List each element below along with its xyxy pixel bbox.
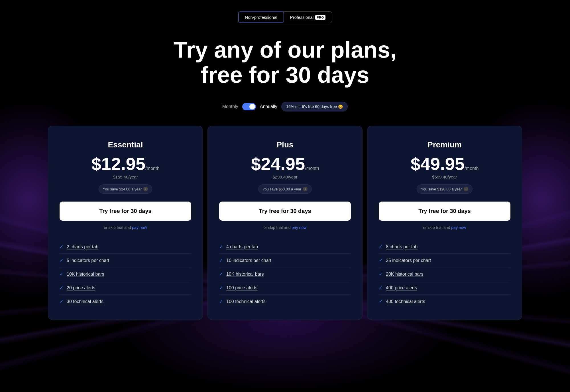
check-icon: ✓ [379,244,382,249]
plan-price-row: $49.95/month [379,155,510,173]
plans-container: Essential $12.95/month $155.40/year You … [46,126,524,320]
feature-item: ✓ 100 technical alerts [219,295,351,308]
plan-name: Essential [60,140,191,149]
hero-line2: free for 30 days [201,62,369,88]
check-icon: ✓ [60,271,63,277]
feature-text: 4 charts per tab [226,244,258,249]
cta-button[interactable]: Try free for 30 days [379,202,510,221]
plan-price-row: $24.95/month [219,155,351,173]
savings-badge: You save $120.00 a year i [417,184,472,194]
check-icon: ✓ [219,271,223,277]
savings-badge: You save $60.00 a year i [258,184,312,194]
feature-text: 20K historical bars [386,272,424,277]
discount-badge: 16% off. It's like 60 days free 😊 [281,102,348,111]
feature-item: ✓ 5 indicators per chart [60,254,191,267]
billing-toggle-row: Monthly Annually 16% off. It's like 60 d… [222,102,348,111]
skip-trial-text: or skip trial and pay now [219,225,351,230]
pay-now-link[interactable]: pay now [132,225,147,230]
feature-text: 25 indicators per chart [386,258,431,263]
savings-text: You save $60.00 a year [262,187,301,191]
toggle-knob [249,104,255,109]
check-icon: ✓ [60,244,63,249]
feature-item: ✓ 10 indicators per chart [219,254,351,267]
feature-text: 400 technical alerts [386,299,425,304]
pay-now-link[interactable]: pay now [451,225,466,230]
features-list: ✓ 8 charts per tab ✓ 25 indicators per c… [379,240,510,308]
savings-wrap: You save $120.00 a year i [379,184,510,202]
main-content: Non-professional Professional PRO Try an… [0,0,570,320]
plan-period: /month [305,166,319,171]
check-icon: ✓ [379,299,382,304]
feature-item: ✓ 2 charts per tab [60,240,191,254]
feature-text: 20 price alerts [67,285,95,291]
feature-text: 8 charts per tab [386,244,418,249]
savings-text: You save $24.00 a year [103,187,142,191]
cta-button[interactable]: Try free for 30 days [60,202,191,221]
pay-now-link[interactable]: pay now [292,225,306,230]
plan-card-premium: Premium $49.95/month $599.40/year You sa… [367,126,522,320]
billing-toggle[interactable] [242,103,256,110]
plan-price-row: $12.95/month [60,155,191,173]
check-icon: ✓ [60,258,63,263]
plan-name: Premium [379,140,510,149]
feature-text: 100 price alerts [226,285,257,291]
feature-item: ✓ 100 price alerts [219,281,351,295]
plan-name: Plus [219,140,351,149]
check-icon: ✓ [219,258,223,263]
feature-item: ✓ 25 indicators per chart [379,254,510,267]
feature-text: 400 price alerts [386,285,417,291]
skip-trial-text: or skip trial and pay now [379,225,510,230]
feature-item: ✓ 8 charts per tab [379,240,510,254]
check-icon: ✓ [379,258,382,263]
check-icon: ✓ [60,299,63,304]
hero-line1: Try any of our plans, [174,37,396,62]
features-list: ✓ 2 charts per tab ✓ 5 indicators per ch… [60,240,191,308]
nonprofessional-tab[interactable]: Non-professional [238,12,284,23]
plan-year-price: $299.40/year [219,174,351,179]
savings-wrap: You save $24.00 a year i [60,184,191,202]
check-icon: ✓ [219,244,223,249]
feature-text: 2 charts per tab [67,244,98,249]
savings-badge: You save $24.00 a year i [99,184,152,194]
feature-item: ✓ 10K historical bars [219,267,351,281]
background: Non-professional Professional PRO Try an… [0,0,570,392]
feature-item: ✓ 20K historical bars [379,267,510,281]
monthly-label: Monthly [222,104,238,109]
feature-item: ✓ 20 price alerts [60,281,191,295]
feature-item: ✓ 400 price alerts [379,281,510,295]
info-icon[interactable]: i [464,187,468,191]
feature-item: ✓ 10K historical bars [60,267,191,281]
feature-item: ✓ 30 technical alerts [60,295,191,308]
feature-item: ✓ 400 technical alerts [379,295,510,308]
plan-period: /month [145,166,159,171]
plan-price: $49.95 [411,154,465,174]
plan-year-price: $599.40/year [379,174,510,179]
plan-year-price: $155.40/year [60,174,191,179]
skip-trial-text: or skip trial and pay now [60,225,191,230]
check-icon: ✓ [60,285,63,291]
plan-type-toggle: Non-professional Professional PRO [238,11,332,23]
plan-period: /month [465,166,479,171]
professional-tab[interactable]: Professional PRO [284,12,332,23]
savings-wrap: You save $60.00 a year i [219,184,351,202]
feature-text: 10 indicators per chart [226,258,271,263]
check-icon: ✓ [219,285,223,291]
plan-card-plus: Plus $24.95/month $299.40/year You save … [207,126,363,320]
features-list: ✓ 4 charts per tab ✓ 10 indicators per c… [219,240,351,308]
annually-label: Annually [260,104,277,109]
feature-text: 30 technical alerts [67,299,103,304]
hero-heading: Try any of our plans, free for 30 days [174,37,396,88]
check-icon: ✓ [219,299,223,304]
pro-badge: PRO [315,15,325,20]
check-icon: ✓ [379,271,382,277]
feature-text: 10K historical bars [67,272,104,277]
info-icon[interactable]: i [143,187,148,191]
feature-text: 5 indicators per chart [67,258,109,263]
info-icon[interactable]: i [303,187,308,191]
plan-price: $12.95 [91,154,146,174]
cta-button[interactable]: Try free for 30 days [219,202,351,221]
plan-card-essential: Essential $12.95/month $155.40/year You … [48,126,203,320]
check-icon: ✓ [379,285,382,291]
savings-text: You save $120.00 a year [421,187,462,191]
plan-price: $24.95 [251,154,305,174]
